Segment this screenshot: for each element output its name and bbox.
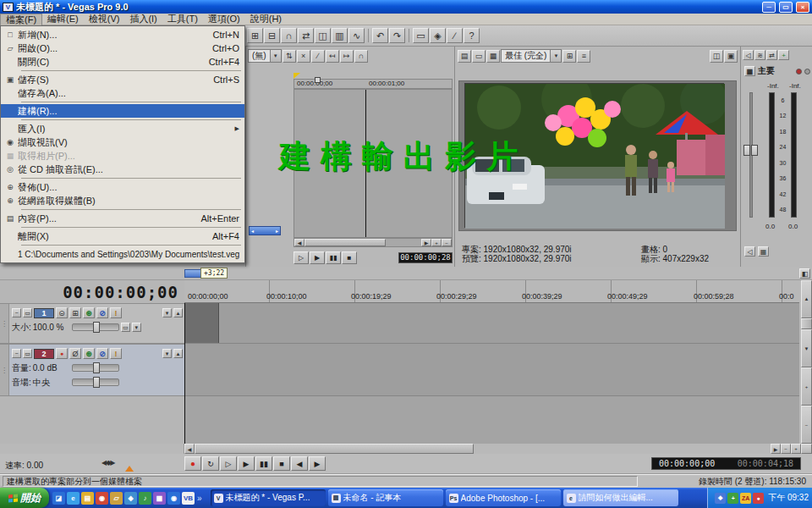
timeline-vscrollbar[interactable]: ▲ ▼ + − — [801, 280, 812, 444]
master-fader-handle-left[interactable] — [743, 145, 750, 156]
menu-item-properties[interactable]: ▤ 內容(P)... Alt+Enter — [1, 212, 244, 225]
trimmer-play-from-start-button[interactable]: ▷ — [294, 251, 309, 264]
solo-icon[interactable]: ! — [110, 348, 122, 359]
timeline-zoom-in-icon[interactable]: + — [791, 444, 801, 454]
solo-icon[interactable]: ! — [110, 307, 122, 318]
show-desktop-icon[interactable]: ◪ — [52, 492, 65, 505]
copy-frame-icon[interactable]: ◫ — [710, 50, 723, 63]
overlays-icon[interactable]: ⊞ — [562, 50, 576, 63]
quick-launch-overflow-icon[interactable]: » — [197, 494, 202, 503]
track-volume-slider[interactable] — [72, 364, 119, 372]
menu-item-publish[interactable]: ⊕ 發佈(U)... — [1, 180, 244, 194]
edit-cursor[interactable] — [184, 303, 185, 444]
routing-icon[interactable]: ⇄ — [766, 50, 777, 60]
menu-help[interactable]: 說明(H) — [245, 14, 287, 25]
video-track-header[interactable]: ⋮ − ▭ 1 ⊝ ⊞ ⊛ ⊘ ! ▾ ▴ — [0, 303, 184, 344]
trimmer-playhead-handle[interactable] — [315, 77, 321, 83]
go-to-end-button[interactable]: ▶ — [309, 456, 326, 471]
insert-bus-icon[interactable]: + — [778, 50, 789, 60]
menu-item-recent-file[interactable]: 1 C:\Documents and Settings\0203\My Docu… — [1, 247, 244, 261]
track-minimize-icon[interactable]: − — [12, 308, 21, 318]
scroll-up-icon[interactable]: ▲ — [801, 280, 812, 318]
ie-icon[interactable]: e — [67, 492, 80, 505]
trimmer-stop-button[interactable]: ■ — [342, 251, 357, 264]
edit-media-icon[interactable]: ∕ — [311, 50, 325, 63]
trimmer-start-marker[interactable] — [294, 73, 300, 79]
scroll-right-icon[interactable]: ▶ — [421, 239, 431, 246]
zonealarm-tray-icon[interactable]: ZA — [740, 493, 751, 504]
trimmer-pause-button[interactable]: ▮▮ — [326, 251, 341, 264]
mute-icon[interactable]: ⊘ — [96, 307, 108, 318]
track-grip[interactable]: ⋮ — [0, 345, 9, 395]
record-button[interactable]: ● — [184, 456, 201, 471]
menu-item-capture-video[interactable]: ◉ 擷取視訊(V) — [1, 135, 244, 149]
track-maximize-icon[interactable]: ▭ — [23, 308, 32, 318]
auto-ripple-icon[interactable]: ⇄ — [298, 28, 314, 43]
slider-handle[interactable] — [93, 362, 100, 373]
scroll-down-icon[interactable]: ▼ — [801, 329, 812, 367]
timeline-options-button[interactable]: ◧ — [799, 268, 810, 279]
sort-media-icon[interactable]: ⇅ — [283, 50, 296, 63]
track-zoom-out-icon[interactable]: − — [801, 406, 812, 444]
folder-icon[interactable]: ▱ — [110, 492, 123, 505]
timeline-zoom-out-icon[interactable]: − — [781, 444, 791, 454]
slider-handle[interactable] — [93, 322, 100, 333]
play-from-start-button[interactable]: ▷ — [220, 456, 237, 471]
phase-invert-icon[interactable]: Ø — [69, 348, 81, 359]
start-button[interactable]: 開始 — [0, 488, 49, 508]
go-to-start-button[interactable]: ◀ — [291, 456, 308, 471]
menu-item-render-as[interactable]: 建構(R)... — [1, 104, 244, 118]
trimmer-snap-icon[interactable]: ∩ — [354, 50, 368, 63]
mark-in-icon[interactable]: ↤ — [326, 50, 339, 63]
menu-item-save[interactable]: ▣ 儲存(S) Ctrl+S — [1, 73, 244, 86]
loop-playback-button[interactable]: ↻ — [202, 456, 219, 471]
automation-icon[interactable]: ▾ — [162, 349, 172, 358]
project-properties-icon[interactable]: ▤ — [458, 50, 471, 63]
slider-handle[interactable] — [93, 377, 100, 388]
downmix-output-icon[interactable]: ◁ — [743, 50, 754, 60]
track-minimize-icon[interactable]: − — [12, 349, 21, 358]
meter-options-icon[interactable]: ▦ — [758, 246, 769, 257]
trimmer-media-dropdown[interactable]: (無) ▼ — [248, 49, 282, 63]
quality-split-icon[interactable]: ▦ — [486, 50, 500, 63]
menu-item-extract-cd-audio[interactable]: ◎ 從 CD 抽取音訊(E)... — [1, 163, 244, 176]
menu-item-save-as[interactable]: 儲存為(A)... — [1, 86, 244, 100]
automation-icon[interactable]: ▾ — [162, 308, 172, 318]
scroll-trough[interactable] — [386, 239, 421, 246]
msn-icon[interactable]: ◈ — [124, 492, 137, 505]
track-fx-icon[interactable]: ⊛ — [83, 348, 95, 359]
scroll-thumb[interactable] — [195, 444, 474, 454]
trimmer-zoom-overview[interactable]: ◂ ▸ — [249, 226, 281, 235]
mark-out-icon[interactable]: ↦ — [340, 50, 354, 63]
undo-icon[interactable]: ↶ — [372, 28, 388, 43]
track-size-slider[interactable] — [72, 323, 119, 331]
scroll-right-icon[interactable]: ▶ — [771, 444, 781, 454]
track-more-icon[interactable]: ▴ — [173, 349, 183, 358]
menu-tools[interactable]: 工具(T) — [162, 14, 203, 25]
photo-icon[interactable]: ▦ — [153, 492, 166, 505]
track-pan-slider[interactable] — [72, 378, 119, 386]
scroll-left-icon[interactable]: ◀ — [184, 444, 195, 454]
zoom-in-icon[interactable]: + — [431, 239, 442, 246]
group-events-icon[interactable]: ◫ — [315, 28, 331, 43]
snap-icon[interactable]: ∩ — [281, 28, 297, 43]
track-zoom-in-icon[interactable]: + — [801, 367, 812, 406]
menu-item-exit[interactable]: 離開(X) Alt+F4 — [1, 229, 244, 243]
rate-center-marker[interactable] — [125, 466, 134, 472]
rate-scrub-control[interactable]: ◀◆▶ — [102, 459, 114, 467]
bypass-motion-blur-icon[interactable]: ⊝ — [56, 307, 68, 318]
menu-view[interactable]: 檢視(V) — [84, 14, 125, 25]
trimmer-hscrollbar[interactable]: ◀ ▶ + − — [294, 238, 453, 247]
ruler-format-icon[interactable]: ⊟ — [264, 28, 280, 43]
bus-mute-icon[interactable] — [804, 69, 810, 75]
menu-item-get-media-from-web[interactable]: ⊕ 從網路取得媒體(B) — [1, 194, 244, 207]
network-tray-icon[interactable]: ◈ — [715, 493, 726, 504]
master-fader-handle-right[interactable] — [751, 145, 758, 156]
external-monitor-icon[interactable]: ▭ — [413, 28, 429, 43]
mute-icon[interactable]: ⊘ — [96, 348, 108, 359]
composite-mode-icon[interactable]: ▭ — [121, 323, 130, 332]
video-track-lane[interactable] — [184, 303, 799, 344]
close-button[interactable]: × — [796, 2, 809, 13]
tool-select-icon[interactable]: ◈ — [430, 28, 446, 43]
scroll-left-icon[interactable]: ◀ — [294, 239, 304, 246]
